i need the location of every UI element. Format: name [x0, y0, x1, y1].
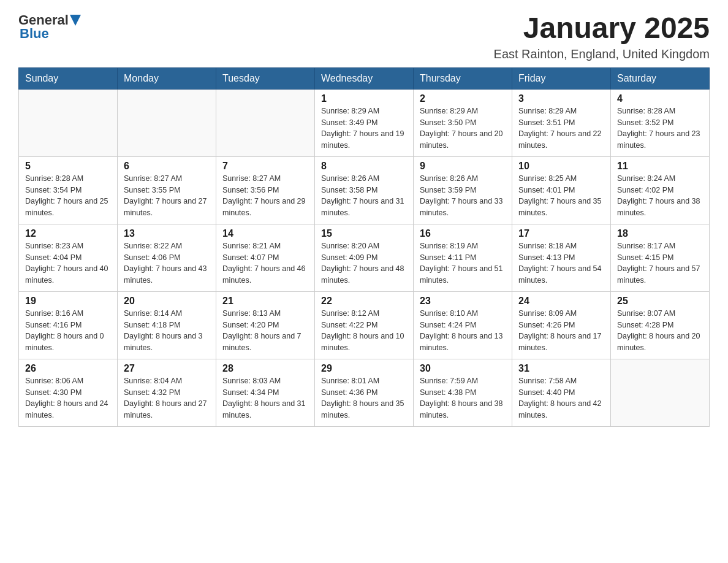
day-info: Sunrise: 8:03 AMSunset: 4:34 PMDaylight:…	[222, 375, 308, 421]
day-number: 3	[518, 93, 604, 104]
day-info: Sunrise: 7:59 AMSunset: 4:38 PMDaylight:…	[420, 375, 506, 421]
header-tuesday: Tuesday	[216, 67, 315, 89]
calendar-cell	[19, 89, 118, 156]
calendar-cell: 25Sunrise: 8:07 AMSunset: 4:28 PMDayligh…	[611, 291, 710, 359]
calendar-cell: 23Sunrise: 8:10 AMSunset: 4:24 PMDayligh…	[414, 291, 512, 359]
calendar-cell	[611, 359, 710, 426]
day-number: 20	[124, 296, 210, 307]
logo-blue-text: Blue	[20, 26, 49, 42]
calendar-cell: 24Sunrise: 8:09 AMSunset: 4:26 PMDayligh…	[512, 291, 611, 359]
calendar-cell: 3Sunrise: 8:29 AMSunset: 3:51 PMDaylight…	[512, 89, 611, 156]
title-block: January 2025 East Rainton, England, Unit…	[494, 12, 710, 61]
calendar-cell: 13Sunrise: 8:22 AMSunset: 4:06 PMDayligh…	[118, 224, 216, 291]
day-number: 31	[518, 363, 604, 374]
day-number: 27	[124, 363, 210, 374]
day-number: 30	[420, 363, 506, 374]
day-number: 12	[25, 228, 111, 239]
day-info: Sunrise: 8:22 AMSunset: 4:06 PMDaylight:…	[124, 240, 210, 286]
header-wednesday: Wednesday	[315, 67, 414, 89]
day-number: 19	[25, 296, 111, 307]
calendar-cell: 14Sunrise: 8:21 AMSunset: 4:07 PMDayligh…	[216, 224, 315, 291]
calendar-cell: 12Sunrise: 8:23 AMSunset: 4:04 PMDayligh…	[19, 224, 118, 291]
calendar-cell: 26Sunrise: 8:06 AMSunset: 4:30 PMDayligh…	[19, 359, 118, 426]
day-info: Sunrise: 8:21 AMSunset: 4:07 PMDaylight:…	[222, 240, 308, 286]
week-row-3: 12Sunrise: 8:23 AMSunset: 4:04 PMDayligh…	[19, 224, 710, 291]
day-number: 2	[420, 93, 506, 104]
week-row-5: 26Sunrise: 8:06 AMSunset: 4:30 PMDayligh…	[19, 359, 710, 426]
logo: General Blue	[18, 12, 81, 42]
day-info: Sunrise: 8:18 AMSunset: 4:13 PMDaylight:…	[518, 240, 604, 286]
day-number: 11	[617, 161, 703, 172]
day-number: 9	[420, 161, 506, 172]
day-info: Sunrise: 8:09 AMSunset: 4:26 PMDaylight:…	[518, 308, 604, 354]
day-info: Sunrise: 8:17 AMSunset: 4:15 PMDaylight:…	[617, 240, 703, 286]
header-thursday: Thursday	[414, 67, 512, 89]
day-info: Sunrise: 8:28 AMSunset: 3:54 PMDaylight:…	[25, 173, 111, 219]
calendar-cell	[118, 89, 216, 156]
day-number: 5	[25, 161, 111, 172]
logo-triangle-icon	[70, 15, 81, 27]
calendar-cell: 1Sunrise: 8:29 AMSunset: 3:49 PMDaylight…	[315, 89, 414, 156]
day-info: Sunrise: 8:24 AMSunset: 4:02 PMDaylight:…	[617, 173, 703, 219]
calendar-cell: 10Sunrise: 8:25 AMSunset: 4:01 PMDayligh…	[512, 156, 611, 224]
day-number: 26	[25, 363, 111, 374]
calendar-cell: 30Sunrise: 7:59 AMSunset: 4:38 PMDayligh…	[414, 359, 512, 426]
day-info: Sunrise: 8:23 AMSunset: 4:04 PMDaylight:…	[25, 240, 111, 286]
day-info: Sunrise: 8:13 AMSunset: 4:20 PMDaylight:…	[222, 308, 308, 354]
calendar-cell: 2Sunrise: 8:29 AMSunset: 3:50 PMDaylight…	[414, 89, 512, 156]
day-info: Sunrise: 8:19 AMSunset: 4:11 PMDaylight:…	[420, 240, 506, 286]
calendar-cell: 4Sunrise: 8:28 AMSunset: 3:52 PMDaylight…	[611, 89, 710, 156]
day-info: Sunrise: 8:20 AMSunset: 4:09 PMDaylight:…	[321, 240, 407, 286]
day-number: 23	[420, 296, 506, 307]
day-info: Sunrise: 8:29 AMSunset: 3:51 PMDaylight:…	[518, 105, 604, 151]
svg-marker-0	[70, 15, 81, 26]
day-info: Sunrise: 8:10 AMSunset: 4:24 PMDaylight:…	[420, 308, 506, 354]
day-number: 18	[617, 228, 703, 239]
day-number: 17	[518, 228, 604, 239]
week-row-2: 5Sunrise: 8:28 AMSunset: 3:54 PMDaylight…	[19, 156, 710, 224]
day-number: 16	[420, 228, 506, 239]
calendar-cell: 22Sunrise: 8:12 AMSunset: 4:22 PMDayligh…	[315, 291, 414, 359]
calendar-title: January 2025	[494, 12, 710, 45]
calendar-cell: 5Sunrise: 8:28 AMSunset: 3:54 PMDaylight…	[19, 156, 118, 224]
calendar-header-row: SundayMondayTuesdayWednesdayThursdayFrid…	[19, 67, 710, 89]
calendar-cell: 17Sunrise: 8:18 AMSunset: 4:13 PMDayligh…	[512, 224, 611, 291]
calendar-table: SundayMondayTuesdayWednesdayThursdayFrid…	[18, 67, 710, 427]
day-number: 1	[321, 93, 407, 104]
day-info: Sunrise: 8:28 AMSunset: 3:52 PMDaylight:…	[617, 105, 703, 151]
calendar-cell: 18Sunrise: 8:17 AMSunset: 4:15 PMDayligh…	[611, 224, 710, 291]
calendar-subtitle: East Rainton, England, United Kingdom	[494, 47, 710, 61]
day-number: 22	[321, 296, 407, 307]
day-info: Sunrise: 8:16 AMSunset: 4:16 PMDaylight:…	[25, 308, 111, 354]
header-saturday: Saturday	[611, 67, 710, 89]
header-monday: Monday	[118, 67, 216, 89]
day-info: Sunrise: 8:25 AMSunset: 4:01 PMDaylight:…	[518, 173, 604, 219]
day-number: 29	[321, 363, 407, 374]
day-info: Sunrise: 8:12 AMSunset: 4:22 PMDaylight:…	[321, 308, 407, 354]
day-number: 24	[518, 296, 604, 307]
calendar-cell: 21Sunrise: 8:13 AMSunset: 4:20 PMDayligh…	[216, 291, 315, 359]
day-info: Sunrise: 8:04 AMSunset: 4:32 PMDaylight:…	[124, 375, 210, 421]
day-number: 13	[124, 228, 210, 239]
day-info: Sunrise: 8:26 AMSunset: 3:58 PMDaylight:…	[321, 173, 407, 219]
calendar-cell: 31Sunrise: 7:58 AMSunset: 4:40 PMDayligh…	[512, 359, 611, 426]
day-number: 25	[617, 296, 703, 307]
header-sunday: Sunday	[19, 67, 118, 89]
calendar-cell	[216, 89, 315, 156]
day-number: 8	[321, 161, 407, 172]
day-info: Sunrise: 8:29 AMSunset: 3:49 PMDaylight:…	[321, 105, 407, 151]
calendar-cell: 20Sunrise: 8:14 AMSunset: 4:18 PMDayligh…	[118, 291, 216, 359]
header-friday: Friday	[512, 67, 611, 89]
calendar-cell: 15Sunrise: 8:20 AMSunset: 4:09 PMDayligh…	[315, 224, 414, 291]
day-info: Sunrise: 8:26 AMSunset: 3:59 PMDaylight:…	[420, 173, 506, 219]
calendar-cell: 19Sunrise: 8:16 AMSunset: 4:16 PMDayligh…	[19, 291, 118, 359]
calendar-cell: 7Sunrise: 8:27 AMSunset: 3:56 PMDaylight…	[216, 156, 315, 224]
week-row-1: 1Sunrise: 8:29 AMSunset: 3:49 PMDaylight…	[19, 89, 710, 156]
day-info: Sunrise: 7:58 AMSunset: 4:40 PMDaylight:…	[518, 375, 604, 421]
calendar-cell: 11Sunrise: 8:24 AMSunset: 4:02 PMDayligh…	[611, 156, 710, 224]
calendar-cell: 16Sunrise: 8:19 AMSunset: 4:11 PMDayligh…	[414, 224, 512, 291]
week-row-4: 19Sunrise: 8:16 AMSunset: 4:16 PMDayligh…	[19, 291, 710, 359]
day-number: 4	[617, 93, 703, 104]
calendar-cell: 28Sunrise: 8:03 AMSunset: 4:34 PMDayligh…	[216, 359, 315, 426]
day-number: 10	[518, 161, 604, 172]
